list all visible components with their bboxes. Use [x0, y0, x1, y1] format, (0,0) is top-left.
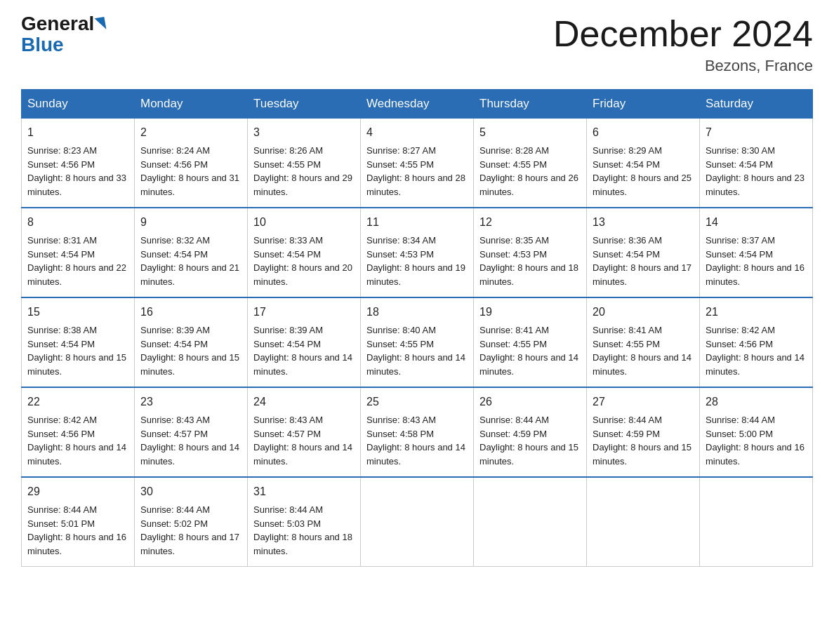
day-info: Sunrise: 8:44 AMSunset: 5:03 PMDaylight:… [253, 504, 352, 556]
table-row: 25 Sunrise: 8:43 AMSunset: 4:58 PMDaylig… [361, 387, 474, 477]
day-number: 24 [253, 394, 355, 410]
table-row: 11 Sunrise: 8:34 AMSunset: 4:53 PMDaylig… [361, 208, 474, 297]
col-header-monday: Monday [135, 90, 248, 119]
day-info: Sunrise: 8:30 AMSunset: 4:54 PMDaylight:… [706, 145, 805, 197]
day-info: Sunrise: 8:34 AMSunset: 4:53 PMDaylight:… [366, 235, 465, 287]
table-row: 4 Sunrise: 8:27 AMSunset: 4:55 PMDayligh… [361, 119, 474, 208]
day-info: Sunrise: 8:39 AMSunset: 4:54 PMDaylight:… [140, 325, 239, 377]
day-number: 8 [27, 214, 128, 231]
day-info: Sunrise: 8:33 AMSunset: 4:54 PMDaylight:… [253, 235, 352, 287]
day-number: 6 [593, 124, 694, 141]
page-header: General Blue December 2024 Bezons, Franc… [21, 14, 813, 75]
day-number: 9 [140, 214, 241, 231]
table-row: 17 Sunrise: 8:39 AMSunset: 4:54 PMDaylig… [248, 297, 361, 387]
calendar-week-row: 15 Sunrise: 8:38 AMSunset: 4:54 PMDaylig… [22, 297, 813, 387]
day-info: Sunrise: 8:44 AMSunset: 5:02 PMDaylight:… [140, 504, 239, 556]
day-number: 12 [479, 214, 581, 231]
day-info: Sunrise: 8:26 AMSunset: 4:55 PMDaylight:… [253, 145, 352, 197]
table-row: 23 Sunrise: 8:43 AMSunset: 4:57 PMDaylig… [135, 387, 248, 477]
day-number: 28 [706, 394, 807, 410]
table-row [474, 477, 587, 567]
day-number: 16 [140, 304, 241, 321]
day-info: Sunrise: 8:40 AMSunset: 4:55 PMDaylight:… [366, 325, 465, 377]
day-number: 27 [593, 394, 694, 410]
table-row: 29 Sunrise: 8:44 AMSunset: 5:01 PMDaylig… [22, 477, 135, 567]
table-row: 12 Sunrise: 8:35 AMSunset: 4:53 PMDaylig… [474, 208, 587, 297]
day-info: Sunrise: 8:38 AMSunset: 4:54 PMDaylight:… [27, 325, 126, 377]
table-row: 5 Sunrise: 8:28 AMSunset: 4:55 PMDayligh… [474, 119, 587, 208]
table-row: 14 Sunrise: 8:37 AMSunset: 4:54 PMDaylig… [700, 208, 813, 297]
day-number: 25 [366, 394, 468, 410]
day-info: Sunrise: 8:37 AMSunset: 4:54 PMDaylight:… [706, 235, 805, 287]
day-info: Sunrise: 8:44 AMSunset: 5:01 PMDaylight:… [27, 504, 126, 556]
calendar-table: Sunday Monday Tuesday Wednesday Thursday… [21, 89, 813, 567]
table-row: 28 Sunrise: 8:44 AMSunset: 5:00 PMDaylig… [700, 387, 813, 477]
day-info: Sunrise: 8:36 AMSunset: 4:54 PMDaylight:… [593, 235, 691, 287]
day-number: 18 [366, 304, 468, 321]
day-number: 23 [140, 394, 241, 410]
table-row: 13 Sunrise: 8:36 AMSunset: 4:54 PMDaylig… [587, 208, 700, 297]
table-row: 16 Sunrise: 8:39 AMSunset: 4:54 PMDaylig… [135, 297, 248, 387]
day-number: 7 [706, 124, 807, 141]
day-info: Sunrise: 8:32 AMSunset: 4:54 PMDaylight:… [140, 235, 239, 287]
table-row: 27 Sunrise: 8:44 AMSunset: 4:59 PMDaylig… [587, 387, 700, 477]
calendar-week-row: 29 Sunrise: 8:44 AMSunset: 5:01 PMDaylig… [22, 477, 813, 567]
logo-blue-text: Blue [21, 34, 64, 56]
table-row: 26 Sunrise: 8:44 AMSunset: 4:59 PMDaylig… [474, 387, 587, 477]
month-title: December 2024 [553, 14, 813, 54]
day-info: Sunrise: 8:28 AMSunset: 4:55 PMDaylight:… [479, 145, 578, 197]
col-header-thursday: Thursday [474, 90, 587, 119]
day-number: 14 [706, 214, 807, 231]
day-info: Sunrise: 8:44 AMSunset: 4:59 PMDaylight:… [593, 415, 691, 467]
col-header-wednesday: Wednesday [361, 90, 474, 119]
day-number: 10 [253, 214, 355, 231]
day-number: 13 [593, 214, 694, 231]
table-row: 2 Sunrise: 8:24 AMSunset: 4:56 PMDayligh… [135, 119, 248, 208]
day-info: Sunrise: 8:41 AMSunset: 4:55 PMDaylight:… [479, 325, 578, 377]
day-info: Sunrise: 8:29 AMSunset: 4:54 PMDaylight:… [593, 145, 691, 197]
table-row: 19 Sunrise: 8:41 AMSunset: 4:55 PMDaylig… [474, 297, 587, 387]
day-number: 17 [253, 304, 355, 321]
day-number: 31 [253, 483, 355, 500]
day-number: 19 [479, 304, 581, 321]
table-row: 20 Sunrise: 8:41 AMSunset: 4:55 PMDaylig… [587, 297, 700, 387]
table-row: 15 Sunrise: 8:38 AMSunset: 4:54 PMDaylig… [22, 297, 135, 387]
day-number: 11 [366, 214, 468, 231]
day-info: Sunrise: 8:44 AMSunset: 4:59 PMDaylight:… [479, 415, 578, 467]
day-info: Sunrise: 8:43 AMSunset: 4:57 PMDaylight:… [140, 415, 239, 467]
logo-arrow-icon [95, 17, 107, 31]
logo-general-text: General [21, 14, 94, 34]
day-info: Sunrise: 8:23 AMSunset: 4:56 PMDaylight:… [27, 145, 126, 197]
table-row: 1 Sunrise: 8:23 AMSunset: 4:56 PMDayligh… [22, 119, 135, 208]
table-row [587, 477, 700, 567]
day-number: 1 [27, 124, 128, 141]
day-info: Sunrise: 8:44 AMSunset: 5:00 PMDaylight:… [706, 415, 805, 467]
day-number: 22 [27, 394, 128, 410]
location: Bezons, France [553, 57, 813, 75]
day-info: Sunrise: 8:24 AMSunset: 4:56 PMDaylight:… [140, 145, 239, 197]
table-row: 3 Sunrise: 8:26 AMSunset: 4:55 PMDayligh… [248, 119, 361, 208]
day-number: 29 [27, 483, 128, 500]
calendar-header-row: Sunday Monday Tuesday Wednesday Thursday… [22, 90, 813, 119]
table-row: 30 Sunrise: 8:44 AMSunset: 5:02 PMDaylig… [135, 477, 248, 567]
day-number: 15 [27, 304, 128, 321]
col-header-saturday: Saturday [700, 90, 813, 119]
day-info: Sunrise: 8:27 AMSunset: 4:55 PMDaylight:… [366, 145, 465, 197]
day-number: 4 [366, 124, 468, 141]
table-row: 7 Sunrise: 8:30 AMSunset: 4:54 PMDayligh… [700, 119, 813, 208]
table-row [700, 477, 813, 567]
table-row: 18 Sunrise: 8:40 AMSunset: 4:55 PMDaylig… [361, 297, 474, 387]
table-row: 31 Sunrise: 8:44 AMSunset: 5:03 PMDaylig… [248, 477, 361, 567]
day-info: Sunrise: 8:35 AMSunset: 4:53 PMDaylight:… [479, 235, 578, 287]
day-number: 5 [479, 124, 581, 141]
day-number: 30 [140, 483, 241, 500]
day-number: 2 [140, 124, 241, 141]
col-header-tuesday: Tuesday [248, 90, 361, 119]
day-number: 3 [253, 124, 355, 141]
col-header-sunday: Sunday [22, 90, 135, 119]
calendar-week-row: 1 Sunrise: 8:23 AMSunset: 4:56 PMDayligh… [22, 119, 813, 208]
col-header-friday: Friday [587, 90, 700, 119]
day-number: 26 [479, 394, 581, 410]
day-info: Sunrise: 8:43 AMSunset: 4:58 PMDaylight:… [366, 415, 465, 467]
title-block: December 2024 Bezons, France [553, 14, 813, 75]
